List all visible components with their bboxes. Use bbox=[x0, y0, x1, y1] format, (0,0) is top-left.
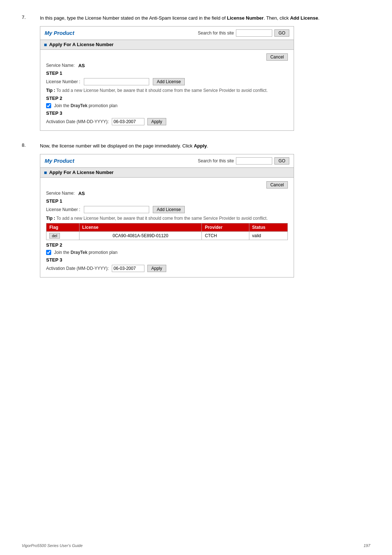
page-content: 7. In this page, type the License Number… bbox=[0, 0, 392, 311]
panel-8-service-row: Service Name: AS bbox=[46, 191, 288, 196]
panel-7-section-header: ■ Apply For A License Number bbox=[40, 40, 294, 50]
step-8-item: 8. Now, the license number will be displ… bbox=[22, 142, 370, 277]
panel-7-step3-label: STEP 3 bbox=[46, 110, 288, 116]
table-header-provider: Provider bbox=[202, 223, 249, 231]
panel-8-header: My Product Search for this site GO bbox=[40, 154, 294, 168]
panel-8-search-area: Search for this site GO bbox=[198, 157, 289, 165]
table-header-flag: Flag bbox=[46, 223, 79, 231]
table-cell-status: valid bbox=[249, 231, 287, 240]
panel-7-apply-button[interactable]: Apply bbox=[147, 118, 166, 125]
panel-7-cancel-button[interactable]: Cancel bbox=[266, 53, 288, 61]
license-table-body: del0CA90-4081A-5E89D-01120CTCHvalid bbox=[46, 231, 288, 240]
table-header-status: Status bbox=[249, 223, 287, 231]
footer-left: VigorPro5500 Series User's Guide bbox=[22, 543, 83, 548]
panel-8-join-row: Join the DrayTek promotion plan bbox=[46, 250, 288, 255]
panel-8-service-value: AS bbox=[78, 191, 85, 196]
panel-7-join-label: Join the DrayTek promotion plan bbox=[54, 103, 118, 108]
panel-7-service-value: AS bbox=[78, 63, 85, 68]
panel-8-activation-input[interactable] bbox=[112, 265, 144, 272]
panel-8-license-input[interactable] bbox=[84, 206, 149, 213]
panel-7-body: Cancel Service Name: AS STEP 1 License N… bbox=[40, 50, 294, 131]
panel-8-title: My Product bbox=[45, 158, 74, 164]
panel-7-service-label: Service Name: bbox=[46, 63, 75, 68]
section-icon: ■ bbox=[44, 42, 47, 48]
step-7-item: 7. In this page, type the License Number… bbox=[22, 15, 370, 131]
panel-8-step1-label: STEP 1 bbox=[46, 198, 288, 204]
panel-7-go-button[interactable]: GO bbox=[274, 29, 289, 37]
footer-right: 197 bbox=[364, 543, 370, 548]
panel-8-join-checkbox[interactable] bbox=[46, 250, 51, 255]
panel-8-search-input[interactable] bbox=[236, 157, 272, 165]
panel-step8: My Product Search for this site GO ■ App… bbox=[40, 154, 294, 278]
delete-flag-button[interactable]: del bbox=[49, 233, 60, 239]
panel-8-body: Cancel Service Name: AS STEP 1 License N… bbox=[40, 178, 294, 277]
panel-7-service-row: Service Name: AS bbox=[46, 63, 288, 68]
table-header-license: License bbox=[79, 223, 202, 231]
table-header-row: Flag License Provider Status bbox=[46, 223, 288, 231]
panel-7-license-input[interactable] bbox=[84, 78, 149, 85]
step-8-number: 8. bbox=[22, 142, 33, 277]
table-cell-license: 0CA90-4081A-5E89D-01120 bbox=[79, 231, 202, 240]
panel-8-section-header: ■ Apply For A License Number bbox=[40, 168, 294, 178]
panel-7-activation-label: Activation Date (MM-DD-YYYY): bbox=[46, 119, 109, 124]
panel-8-activation-row: Activation Date (MM-DD-YYYY): Apply bbox=[46, 265, 288, 272]
panel-7-tip-text: Tip : To add a new License Number, be aw… bbox=[46, 88, 288, 94]
panel-8-license-row: License Number : Add License bbox=[46, 206, 288, 213]
panel-7-title: My Product bbox=[45, 30, 74, 36]
panel-8-cancel-row: Cancel bbox=[46, 181, 288, 189]
panel-7-header: My Product Search for this site GO bbox=[40, 27, 294, 40]
panel-7-join-checkbox[interactable] bbox=[46, 103, 51, 108]
panel-7-activation-row: Activation Date (MM-DD-YYYY): Apply bbox=[46, 118, 288, 125]
panel-8-step3-label: STEP 3 bbox=[46, 257, 288, 263]
panel-8-cancel-button[interactable]: Cancel bbox=[266, 181, 288, 189]
panel-7-add-license-button[interactable]: Add License bbox=[153, 78, 185, 85]
panel-8-join-label: Join the DrayTek promotion plan bbox=[54, 250, 118, 255]
license-table: Flag License Provider Status del0CA90-40… bbox=[46, 223, 288, 240]
panel-8-apply-button[interactable]: Apply bbox=[147, 265, 166, 272]
panel-7-cancel-row: Cancel bbox=[46, 53, 288, 61]
panel-8-add-license-button[interactable]: Add License bbox=[153, 206, 185, 213]
table-row: del0CA90-4081A-5E89D-01120CTCHvalid bbox=[46, 231, 288, 240]
panel-step7: My Product Search for this site GO ■ App… bbox=[40, 26, 294, 131]
panel-7-step1-label: STEP 1 bbox=[46, 70, 288, 76]
section-icon-8: ■ bbox=[44, 170, 47, 175]
panel-7-search-area: Search for this site GO bbox=[198, 29, 289, 37]
step-8-text: Now, the license number will be displaye… bbox=[40, 142, 370, 150]
panel-7-license-label: License Number : bbox=[46, 79, 80, 84]
step-7-text: In this page, type the License Number st… bbox=[40, 15, 370, 22]
panel-8-license-label: License Number : bbox=[46, 207, 80, 212]
step-7-number: 7. bbox=[22, 15, 33, 131]
panel-8-service-label: Service Name: bbox=[46, 191, 75, 196]
footer: VigorPro5500 Series User's Guide 197 bbox=[22, 543, 370, 548]
panel-8-search-label: Search for this site bbox=[198, 158, 234, 163]
panel-8-go-button[interactable]: GO bbox=[274, 157, 289, 165]
panel-7-step2-label: STEP 2 bbox=[46, 96, 288, 101]
panel-8-tip-text: Tip : To add a new License Number, be aw… bbox=[46, 215, 288, 222]
table-cell-flag: del bbox=[46, 231, 79, 240]
panel-7-search-input[interactable] bbox=[236, 29, 272, 37]
table-cell-provider: CTCH bbox=[202, 231, 249, 240]
panel-8-step2-label: STEP 2 bbox=[46, 242, 288, 248]
panel-8-section-title: Apply For A License Number bbox=[49, 170, 113, 175]
panel-7-section-title: Apply For A License Number bbox=[49, 42, 113, 47]
panel-8-activation-label: Activation Date (MM-DD-YYYY): bbox=[46, 266, 109, 271]
panel-7-activation-input[interactable] bbox=[112, 118, 144, 125]
panel-7-license-row: License Number : Add License bbox=[46, 78, 288, 85]
panel-7-search-label: Search for this site bbox=[198, 31, 234, 36]
panel-7-join-row: Join the DrayTek promotion plan bbox=[46, 103, 288, 108]
